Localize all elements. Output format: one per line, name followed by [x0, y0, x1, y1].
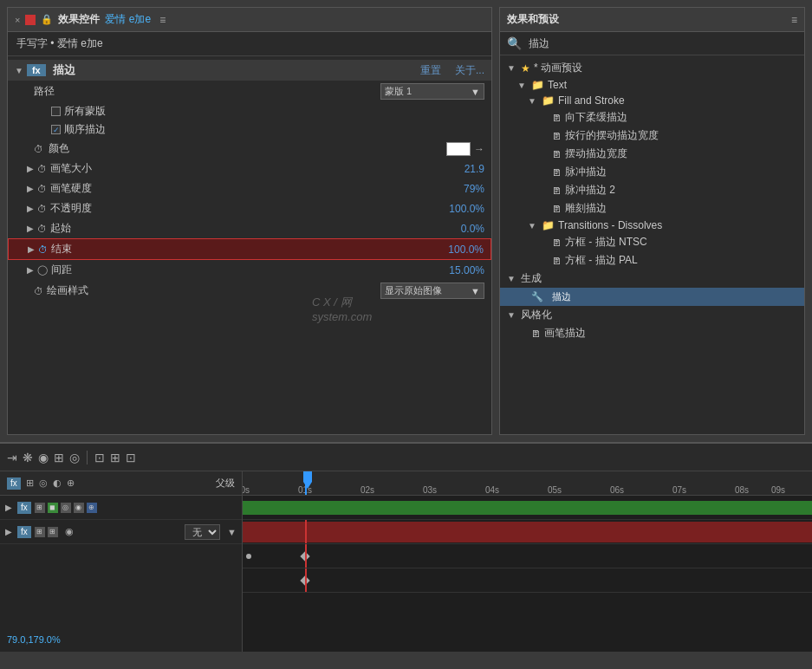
tl-icon-8[interactable]: ⊡ — [126, 451, 136, 464]
reset-button[interactable]: 重置 — [420, 63, 441, 78]
close-icon[interactable]: × — [15, 15, 20, 25]
empty-track — [243, 568, 812, 593]
tree-item-box-stroke-ntsc[interactable]: 🖹 方框 - 描边 NTSC — [500, 233, 804, 251]
track-select-parent[interactable]: 无 — [185, 524, 220, 540]
color-arrow-icon[interactable]: → — [474, 143, 484, 155]
track-icons: ⊞ ◼ ◎ ◉ ⊕ — [35, 503, 97, 513]
tree-item-fill-stroke[interactable]: ▼ 📁 Fill and Stroke — [500, 93, 804, 108]
tree-item-brush-stroke[interactable]: 🖹 画笔描边 — [500, 324, 804, 342]
tree-item-transitions[interactable]: ▼ 📁 Transitions - Dissolves — [500, 218, 804, 233]
sequential-label: 顺序描边 — [64, 122, 106, 137]
tree-item-carve-stroke[interactable]: 🖹 雕刻描边 — [500, 199, 804, 218]
brush-size-stopwatch[interactable]: ⏱ — [37, 164, 47, 174]
brush-size-expand[interactable]: ▶ — [27, 164, 34, 173]
tl-icon-2[interactable]: ❋ — [23, 451, 33, 464]
brush-hardness-stopwatch[interactable]: ⏱ — [37, 184, 47, 194]
tree-item-stylize[interactable]: ▼ 风格化 — [500, 306, 804, 324]
all-masks-cb-box[interactable] — [51, 107, 61, 116]
spacing-expand[interactable]: ▶ — [27, 265, 34, 275]
left-panel-header: × 🔒 效果控件 爱情 e加e ≡ — [8, 8, 491, 32]
opacity-value[interactable]: 100.0% — [449, 203, 484, 215]
track-icon-4[interactable]: ◉ — [74, 503, 84, 513]
brush-size-value[interactable]: 21.9 — [464, 163, 484, 175]
tl-header-icon-3[interactable]: ◐ — [53, 477, 62, 489]
about-button[interactable]: 关于... — [455, 63, 484, 78]
opacity-expand[interactable]: ▶ — [27, 204, 34, 213]
sequential-cb-box[interactable]: ✓ — [51, 125, 61, 134]
right-panel-menu-icon[interactable]: ≡ — [791, 14, 797, 26]
red-square-icon — [25, 15, 36, 25]
tree-item-stroke-width-wave[interactable]: 🖹 摆动描边宽度 — [500, 145, 804, 163]
color-stopwatch-icon[interactable]: ⏱ — [34, 144, 43, 154]
file-icon: 🖹 — [552, 185, 562, 196]
tree-item-pulse-stroke-2[interactable]: 🖹 脉冲描边 2 — [500, 181, 804, 199]
start-expand[interactable]: ▶ — [27, 224, 34, 233]
opacity-label: 不透明度 — [50, 201, 449, 216]
tl-header-icon-1[interactable]: ⊞ — [26, 477, 34, 489]
track-icon-5[interactable]: ⊕ — [87, 503, 97, 513]
end-row: ▶ ⏱ 结束 100.0% — [8, 238, 491, 260]
track-2-icon-2[interactable]: ⊞ — [48, 527, 58, 537]
timeline-left: fx ⊞ ◎ ◐ ⊕ 父级 ▶ fx ⊞ ◼ ◎ ◉ ⊕ — [0, 471, 243, 652]
tree-item-box-stroke-pal[interactable]: 🖹 方框 - 描边 PAL — [500, 251, 804, 270]
track-arrow-icon[interactable]: ▶ — [5, 503, 12, 512]
tl-header-icon-4[interactable]: ⊕ — [67, 477, 75, 489]
track-icon-3[interactable]: ◎ — [61, 503, 71, 513]
tree-item-stroke-wave[interactable]: 🖹 按行的摆动描边宽度 — [500, 127, 804, 145]
tree-item-animation-presets[interactable]: ▼ ★ * 动画预设 — [500, 59, 804, 77]
path-dropdown[interactable]: 蒙版 1 ▼ — [380, 83, 484, 100]
tree-label: 风格化 — [521, 308, 552, 322]
sequential-checkbox[interactable]: ✓ 顺序描边 — [51, 122, 106, 137]
time-marker-7: 07s — [672, 485, 686, 495]
tree-label: 向下柔缓描边 — [565, 110, 627, 125]
start-stopwatch[interactable]: ⏱ — [37, 224, 47, 234]
spacing-value[interactable]: 15.00% — [449, 264, 484, 276]
end-expand[interactable]: ▶ — [28, 244, 35, 254]
tl-icon-5[interactable]: ◎ — [69, 451, 80, 464]
spacing-stopwatch[interactable]: ◯ — [37, 264, 48, 276]
tl-icon-4[interactable]: ⊞ — [54, 451, 64, 464]
spacing-row: ▶ ◯ 间距 15.00% — [8, 260, 491, 280]
track-dropdown-arrow[interactable]: ▼ — [227, 527, 237, 537]
tl-header-icon-2[interactable]: ◎ — [39, 477, 48, 489]
track-icon-1[interactable]: ⊞ — [35, 503, 45, 513]
color-swatch[interactable] — [446, 142, 471, 156]
tree-expand-icon: ▼ — [507, 310, 517, 320]
dropdown-arrow-icon: ▼ — [471, 87, 480, 97]
opacity-stopwatch[interactable]: ⏱ — [37, 204, 47, 214]
checkbox-row-all-masks: 所有蒙版 — [8, 102, 491, 120]
tree-item-generate[interactable]: ▼ 生成 — [500, 270, 804, 288]
all-masks-checkbox[interactable]: 所有蒙版 — [51, 104, 106, 119]
tree-item-pulse-stroke[interactable]: 🖹 脉冲描边 — [500, 163, 804, 181]
track-2-fx-icon[interactable]: ▶ — [5, 527, 12, 536]
fx-expand-arrow[interactable]: ▼ — [15, 66, 23, 75]
file-icon: 🖹 — [552, 256, 562, 266]
paint-style-stopwatch[interactable]: ⏱ — [34, 286, 43, 296]
tree-label: 方框 - 描边 PAL — [565, 253, 638, 268]
tl-icon-6[interactable]: ⊡ — [94, 451, 105, 464]
tl-icon-7[interactable]: ⊞ — [110, 451, 120, 464]
tracks-area — [243, 496, 812, 652]
track-2-icon-1[interactable]: ⊞ — [35, 527, 45, 537]
search-input[interactable] — [529, 37, 797, 49]
color-label: ⏱ 颜色 — [34, 141, 446, 156]
stopwatch-icon-track[interactable]: ◉ — [65, 526, 74, 537]
paint-style-dropdown[interactable]: 显示原始图像 ▼ — [380, 283, 484, 299]
end-value[interactable]: 100.0% — [448, 244, 484, 256]
brush-hardness-expand[interactable]: ▶ — [27, 184, 34, 193]
end-stopwatch[interactable]: ⏱ — [38, 244, 48, 255]
tree-label: 方框 - 描边 NTSC — [565, 235, 647, 250]
tree-item-stroke-highlighted[interactable]: 🔧 描边 — [500, 288, 804, 306]
tree-item-stroke-down[interactable]: 🖹 向下柔缓描边 — [500, 108, 804, 127]
right-panel: 效果和预设 ≡ 🔍 ▼ ★ * 动画预设 ▼ 📁 Text ▼ 📁 — [499, 7, 805, 435]
start-value[interactable]: 0.0% — [461, 223, 484, 235]
tl-icon-3[interactable]: ◉ — [38, 451, 49, 464]
right-panel-title: 效果和预设 — [507, 12, 559, 27]
tl-icon-1[interactable]: ⇥ — [7, 451, 17, 464]
panel-menu-icon[interactable]: ≡ — [159, 14, 166, 26]
fx-section: ▼ fx 描边 重置 关于... 路径 蒙版 1 ▼ — [8, 56, 491, 434]
tl-left-bottom: 79.0,179.0% — [0, 544, 242, 652]
tree-item-text[interactable]: ▼ 📁 Text — [500, 77, 804, 93]
track-icon-2[interactable]: ◼ — [48, 503, 58, 513]
brush-hardness-value[interactable]: 79% — [464, 183, 484, 195]
